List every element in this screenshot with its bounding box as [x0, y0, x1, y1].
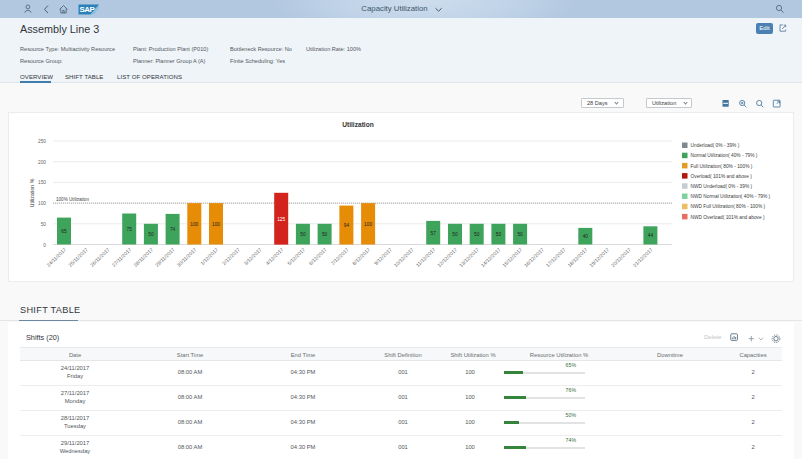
svg-text:40: 40: [583, 234, 589, 239]
svg-text:SAP: SAP: [80, 5, 95, 14]
svg-text:44: 44: [648, 233, 654, 238]
svg-text:Utilization: Utilization: [342, 121, 374, 128]
svg-text:50: 50: [322, 232, 328, 237]
svg-text:100: 100: [212, 222, 220, 227]
svg-text:NWD Underload( 0% - 39% ): NWD Underload( 0% - 39% ): [691, 184, 753, 189]
svg-text:6/12/2017: 6/12/2017: [308, 246, 328, 266]
svg-text:14/12/2017: 14/12/2017: [479, 246, 501, 268]
svg-text:50: 50: [474, 232, 480, 237]
svg-text:27/11/2017: 27/11/2017: [110, 246, 132, 268]
svg-text:75: 75: [127, 227, 133, 232]
svg-text:1/12/2017: 1/12/2017: [199, 246, 219, 266]
svg-text:13/12/2017: 13/12/2017: [458, 246, 480, 268]
svg-text:50: 50: [452, 232, 458, 237]
svg-text:9/12/2017: 9/12/2017: [373, 246, 393, 266]
svg-text:7/12/2017: 7/12/2017: [329, 246, 349, 266]
svg-text:Normal Utilization( 40% - 79%: Normal Utilization( 40% - 79% ): [691, 153, 758, 158]
svg-text:94: 94: [344, 223, 350, 228]
svg-text:15/12/2017: 15/12/2017: [501, 246, 523, 268]
svg-text:20/12/2017: 20/12/2017: [610, 246, 632, 268]
svg-text:2/12/2017: 2/12/2017: [221, 246, 241, 266]
svg-text:3/12/2017: 3/12/2017: [243, 246, 263, 266]
svg-text:12/12/2017: 12/12/2017: [436, 246, 458, 268]
svg-text:16/12/2017: 16/12/2017: [523, 246, 545, 268]
svg-text:21/12/2017: 21/12/2017: [631, 246, 653, 268]
svg-text:100: 100: [190, 222, 198, 227]
svg-text:NWD Normal Utilization( 40% -: NWD Normal Utilization( 40% - 79% ): [691, 194, 771, 199]
svg-text:100: 100: [364, 222, 372, 227]
svg-text:29/11/2017: 29/11/2017: [154, 246, 176, 268]
svg-text:4/12/2017: 4/12/2017: [264, 246, 284, 266]
svg-text:74: 74: [170, 227, 176, 232]
svg-text:0: 0: [43, 243, 46, 248]
svg-text:50: 50: [496, 232, 502, 237]
svg-text:5/12/2017: 5/12/2017: [286, 246, 306, 266]
svg-text:100% Utilization: 100% Utilization: [56, 197, 89, 202]
svg-text:NWD Overload( 101% and above ): NWD Overload( 101% and above ): [691, 215, 766, 220]
svg-text:19/12/2017: 19/12/2017: [588, 246, 610, 268]
svg-text:57: 57: [431, 231, 437, 236]
svg-text:65: 65: [61, 229, 67, 234]
svg-text:25/11/2017: 25/11/2017: [67, 246, 89, 268]
svg-text:28/11/2017: 28/11/2017: [132, 246, 154, 268]
svg-text:17/12/2017: 17/12/2017: [545, 246, 567, 268]
svg-text:Utilization %: Utilization %: [29, 178, 35, 207]
svg-text:8/12/2017: 8/12/2017: [351, 246, 371, 266]
svg-text:200: 200: [38, 160, 46, 165]
svg-text:10/12/2017: 10/12/2017: [393, 246, 415, 268]
svg-text:50: 50: [300, 232, 306, 237]
svg-text:50: 50: [41, 222, 47, 227]
svg-text:26/11/2017: 26/11/2017: [89, 246, 111, 268]
svg-text:250: 250: [38, 139, 46, 144]
svg-text:18/12/2017: 18/12/2017: [566, 246, 588, 268]
svg-text:Overload( 101% and above ): Overload( 101% and above ): [691, 174, 753, 179]
svg-text:125: 125: [277, 217, 285, 222]
svg-text:Full Utilization( 80% - 100% ): Full Utilization( 80% - 100% ): [691, 164, 753, 169]
svg-text:24/11/2017: 24/11/2017: [45, 246, 67, 268]
svg-text:50: 50: [517, 232, 523, 237]
svg-text:100: 100: [38, 201, 46, 206]
svg-text:150: 150: [38, 180, 46, 185]
svg-text:NWD Full Utilization( 80% - 10: NWD Full Utilization( 80% - 100% ): [691, 204, 766, 209]
svg-text:11/12/2017: 11/12/2017: [414, 246, 436, 268]
svg-text:Underload( 0% - 39% ): Underload( 0% - 39% ): [691, 143, 740, 148]
svg-text:30/11/2017: 30/11/2017: [176, 246, 198, 268]
svg-text:50: 50: [148, 232, 154, 237]
